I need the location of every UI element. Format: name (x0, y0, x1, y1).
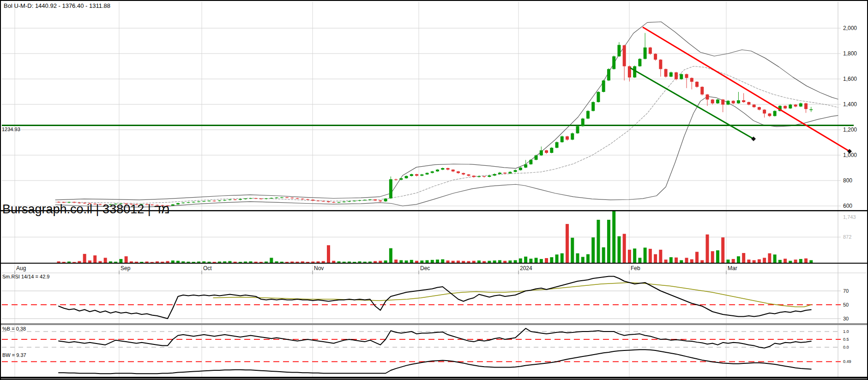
bollinger-values-label: Bol U-M-D: 1440.92 - 1376.40 - 1311.88 (4, 2, 110, 9)
chart-canvas[interactable]: AugSepOctNovDec2024FebMar2,0001,8001,600… (1, 1, 867, 379)
rsi-axis-labels: 705030 (843, 288, 849, 321)
price-axis-label: 600 (843, 203, 852, 209)
support-price-label: 1234.93 (2, 127, 20, 132)
percent-b-axis-labels: 1.00.50.0 (843, 329, 849, 350)
percent-b-axis-label: 1.0 (843, 329, 849, 334)
bandwidth-pane[interactable] (2, 350, 841, 374)
price-axis-label: 1,400 (843, 101, 857, 108)
pane-separators (1, 210, 867, 379)
percent-b-axis-label: 0.0 (843, 345, 849, 350)
rsi-axis-label: 30 (843, 316, 849, 321)
price-axis-label: 800 (843, 177, 852, 184)
month-label: Mar (728, 265, 737, 271)
price-axis-label: 1,800 (843, 50, 857, 57)
bandwidth-axis-label: 0.49 (843, 359, 851, 364)
rsi-axis-label: 70 (843, 288, 849, 294)
percent-b-axis-label: 0.5 (843, 337, 849, 342)
price-axis-label: 2,000 (843, 25, 857, 31)
month-label: 2024 (520, 265, 532, 271)
volume-axis-labels: 1,743872 (843, 214, 856, 240)
rsi-axis-label: 50 (843, 302, 849, 308)
bursagraph-chart-window: AugSepOctNovDec2024FebMar2,0001,8001,600… (0, 0, 868, 380)
price-axis-labels: 2,0001,8001,6001,4001,2001,000800600 (843, 25, 857, 209)
percent-b-pane[interactable] (2, 328, 841, 348)
month-label: Aug (16, 265, 26, 271)
bandwidth-indicator-label: BW = 9.37 (2, 352, 26, 358)
watermark: Bursagraph.co.il | 338012 | מד (2, 202, 170, 217)
rsi-pane[interactable] (2, 277, 841, 319)
volume-axis-label: 872 (843, 234, 851, 240)
month-label: Feb (631, 265, 640, 271)
grid-lines (2, 2, 866, 377)
price-axis-label: 1,600 (843, 76, 857, 82)
volume-axis-label: 1,743 (843, 214, 856, 220)
price-axis-label: 1,000 (843, 152, 857, 158)
month-label: Dec (420, 265, 430, 271)
bandwidth-axis-labels: 0.49 (843, 359, 851, 364)
price-axis-label: 1,200 (843, 127, 857, 133)
percent-b-indicator-label: %B = 0.38 (2, 326, 26, 332)
month-label: Sep (121, 265, 131, 271)
bollinger-bands (55, 22, 838, 207)
rsi-indicator-label: Sm.RSI 14/14 = 42.9 (2, 274, 49, 279)
month-label: Nov (314, 265, 324, 271)
month-label: Oct (203, 265, 212, 271)
